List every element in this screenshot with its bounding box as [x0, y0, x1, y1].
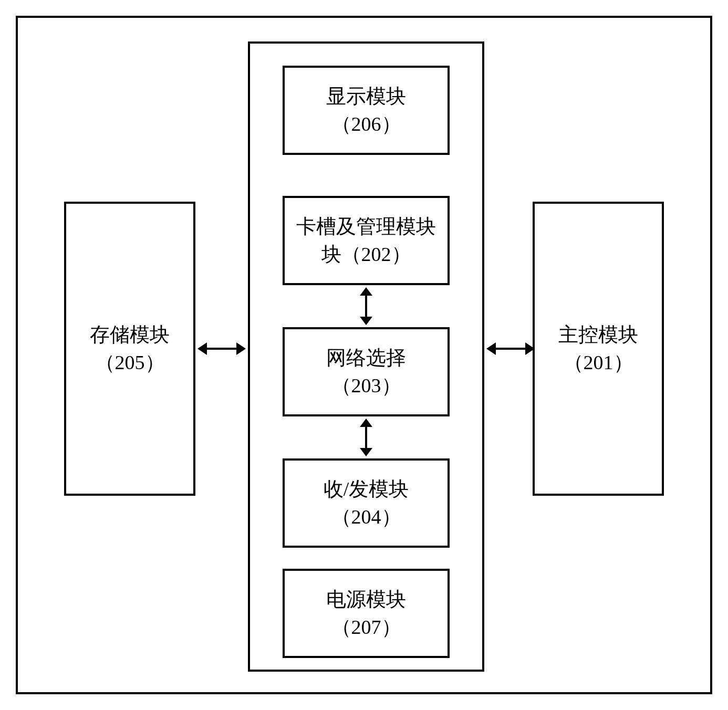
network-select-module-code: （203）: [331, 372, 401, 400]
svg-marker-4: [360, 419, 372, 427]
main-control-module-box: 主控模块 （201）: [533, 202, 664, 496]
display-module-code: （206）: [331, 110, 401, 138]
slot-management-module-code: 块（202）: [321, 241, 411, 268]
center-frame: 显示模块 （206） 卡槽及管理模块 块（202） 网络选择 （203） 收/发…: [248, 41, 484, 672]
arrow-202-203: [356, 287, 377, 325]
slot-management-module-title: 卡槽及管理模块: [296, 213, 436, 241]
txrx-module-box: 收/发模块 （204）: [283, 458, 450, 548]
svg-marker-1: [360, 287, 372, 296]
txrx-module-code: （204）: [331, 503, 401, 531]
power-module-title: 电源模块: [326, 586, 406, 613]
svg-marker-8: [236, 342, 246, 355]
slot-management-module-box: 卡槽及管理模块 块（202）: [283, 196, 450, 285]
network-select-module-box: 网络选择 （203）: [283, 327, 450, 416]
network-select-module-title: 网络选择: [326, 344, 406, 372]
storage-module-title: 存储模块: [90, 321, 170, 349]
svg-marker-5: [360, 448, 372, 456]
outer-frame: 存储模块 （205） 主控模块 （201） 显示模块 （206） 卡槽及管理模块…: [16, 16, 712, 694]
svg-marker-10: [486, 342, 496, 355]
arrow-center-right: [486, 338, 535, 359]
main-control-module-code: （201）: [564, 349, 633, 377]
arrow-left-center: [197, 338, 246, 359]
arrow-203-204: [356, 419, 377, 456]
display-module-box: 显示模块 （206）: [283, 66, 450, 155]
svg-marker-2: [360, 317, 372, 325]
svg-marker-7: [197, 342, 207, 355]
txrx-module-title: 收/发模块: [324, 475, 409, 503]
storage-module-box: 存储模块 （205）: [64, 202, 195, 496]
main-control-module-title: 主控模块: [558, 321, 638, 349]
display-module-title: 显示模块: [326, 82, 406, 110]
storage-module-code: （205）: [95, 349, 165, 377]
power-module-code: （207）: [331, 613, 401, 641]
power-module-box: 电源模块 （207）: [283, 569, 450, 658]
svg-marker-11: [525, 342, 535, 355]
